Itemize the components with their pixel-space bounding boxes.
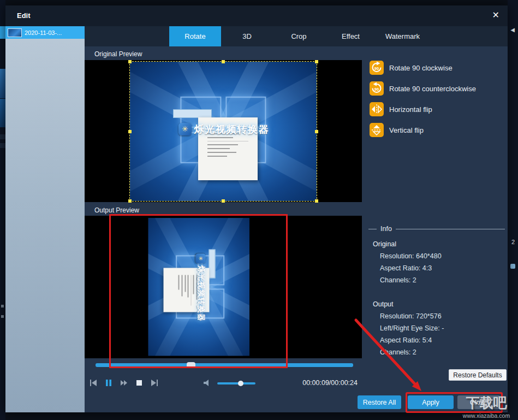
- background-row-fragment: [0, 143, 5, 148]
- close-button[interactable]: Close: [457, 395, 500, 409]
- volume-knob[interactable]: [238, 381, 243, 386]
- dialog-titlebar: Edit ✕: [5, 5, 508, 26]
- volume-slider[interactable]: [217, 382, 255, 384]
- selection-handle[interactable]: [315, 60, 318, 63]
- context-menu-highlight: [173, 109, 212, 119]
- dialog-title: Edit: [17, 11, 31, 20]
- menu-text-line: [207, 144, 238, 145]
- output-preview-box: ✳ 烁光视频转换器: [85, 216, 362, 358]
- seek-bar[interactable]: [96, 363, 353, 367]
- app-logo-banner: ✳ 烁光视频转换器: [196, 253, 206, 322]
- menu-separator: [190, 275, 191, 305]
- horizontal-flip-option[interactable]: Horizontal flip: [370, 102, 503, 117]
- close-icon[interactable]: ✕: [492, 10, 499, 21]
- background-thumbnail-fragment: [0, 69, 5, 98]
- restore-defaults-button[interactable]: Restore Defaults: [449, 369, 507, 381]
- file-list-item-selected[interactable]: 2020-11-03-...: [5, 26, 85, 39]
- menu-text-line: [188, 275, 189, 297]
- info-row: Left/Right Eye Size: -: [380, 324, 444, 332]
- menu-text-line: [207, 152, 236, 153]
- info-original-title: Original: [373, 240, 396, 248]
- option-label: Vertical flip: [389, 126, 424, 134]
- background-count-badge: 2: [511, 239, 515, 245]
- rotate-90-clockwise-icon: 90: [370, 61, 384, 75]
- tab-3d[interactable]: 3D: [221, 26, 273, 46]
- info-row: Resolution: 640*480: [380, 252, 442, 260]
- original-preview-box: ✳ 烁光视频转换器: [85, 60, 362, 202]
- background-small-icon: [510, 264, 515, 269]
- menu-text-line: [207, 137, 233, 138]
- progress-handle[interactable]: [187, 362, 195, 368]
- original-preview-label: Original Preview: [94, 50, 142, 58]
- tab-watermark[interactable]: Watermark: [377, 26, 428, 46]
- skip-start-icon[interactable]: [89, 378, 99, 387]
- rotate-90-counterclockwise-option[interactable]: 90 Rotate 90 counterclockwise: [370, 81, 503, 96]
- rotate-90-counterclockwise-icon: 90: [370, 81, 384, 96]
- time-display: 00:00:09/00:00:24: [265, 379, 358, 387]
- menu-text-line: [207, 156, 227, 157]
- output-preview-label: Output Preview: [94, 206, 139, 214]
- selection-handle[interactable]: [128, 199, 132, 203]
- app-logo-icon: ✳: [196, 253, 206, 263]
- menu-text-line: [193, 275, 194, 294]
- restore-all-button[interactable]: Restore All: [358, 395, 401, 409]
- option-label: Rotate 90 clockwise: [389, 64, 452, 72]
- info-row: Channels: 2: [380, 276, 416, 284]
- pause-icon[interactable]: [104, 378, 114, 387]
- skip-end-icon[interactable]: [150, 378, 160, 387]
- file-name: 2020-11-03-...: [25, 29, 62, 36]
- horizontal-flip-icon: [370, 102, 384, 116]
- tab-rotate[interactable]: Rotate: [169, 26, 221, 46]
- original-preview-image: ✳ 烁光视频转换器: [130, 62, 317, 201]
- tab-effect[interactable]: Effect: [325, 26, 377, 46]
- menu-separator: [207, 141, 248, 141]
- apply-button[interactable]: Apply: [408, 395, 454, 409]
- fast-forward-icon[interactable]: [120, 378, 129, 387]
- rotate-90-clockwise-option[interactable]: 90 Rotate 90 clockwise: [370, 60, 503, 75]
- file-list-panel: 2020-11-03-...: [5, 26, 85, 412]
- background-dot: [1, 305, 4, 307]
- info-heading: Info: [377, 225, 396, 233]
- selection-frame[interactable]: ✳ 烁光视频转换器: [129, 61, 317, 202]
- background-right-strip: ◀ 2: [508, 0, 518, 420]
- selection-handle[interactable]: [128, 130, 132, 133]
- tab-bar: Rotate 3D Crop Effect Watermark: [85, 26, 508, 46]
- selection-handle[interactable]: [222, 60, 225, 63]
- selection-handle[interactable]: [222, 199, 225, 203]
- output-preview-image: ✳ 烁光视频转换器: [148, 218, 249, 356]
- info-row: Channels: 2: [380, 348, 416, 356]
- svg-text:90: 90: [374, 66, 379, 71]
- background-thumbnail-fragment: [0, 99, 5, 127]
- vertical-flip-icon: [370, 123, 384, 137]
- option-label: Horizontal flip: [389, 105, 432, 114]
- background-row-fragment: [0, 134, 5, 139]
- menu-text-line: [184, 275, 186, 292]
- info-row: Aspect Ratio: 4:3: [380, 264, 432, 272]
- edit-dialog: Edit ✕ 2020-11-03-... Rotate 3D Crop Eff…: [5, 5, 508, 412]
- collapse-panel-icon: ◀: [510, 27, 515, 33]
- selection-handle[interactable]: [315, 130, 318, 133]
- selection-handle[interactable]: [315, 199, 318, 203]
- menu-text-line: [178, 275, 180, 289]
- info-row: Resolution: 720*576: [380, 312, 442, 320]
- menu-text-line: [181, 275, 182, 296]
- selection-handle[interactable]: [128, 60, 132, 63]
- tab-crop[interactable]: Crop: [273, 26, 325, 46]
- info-output-title: Output: [373, 300, 394, 308]
- app-logo-banner: ✳ 烁光视频转换器: [178, 122, 269, 136]
- background-dot: [1, 315, 4, 318]
- app-title-text: 烁光视频转换器: [196, 265, 206, 322]
- app-logo-icon: ✳: [178, 123, 192, 136]
- svg-text:90: 90: [374, 87, 379, 92]
- rotated-preview-image: ✳ 烁光视频转换器: [148, 218, 250, 356]
- background-left-strip: [0, 0, 5, 420]
- stop-icon[interactable]: [135, 378, 145, 387]
- app-title-text: 烁光视频转换器: [194, 122, 270, 136]
- option-label: Rotate 90 counterclockwise: [389, 85, 476, 93]
- vertical-flip-option[interactable]: Vertical flip: [370, 122, 503, 138]
- volume-icon[interactable]: [203, 378, 211, 389]
- info-row: Aspect Ratio: 5:4: [380, 336, 432, 344]
- context-menu-highlight: [209, 250, 215, 279]
- dialog-content: Rotate 3D Crop Effect Watermark Original…: [85, 26, 508, 412]
- background-selected-row-fragment: [0, 26, 5, 39]
